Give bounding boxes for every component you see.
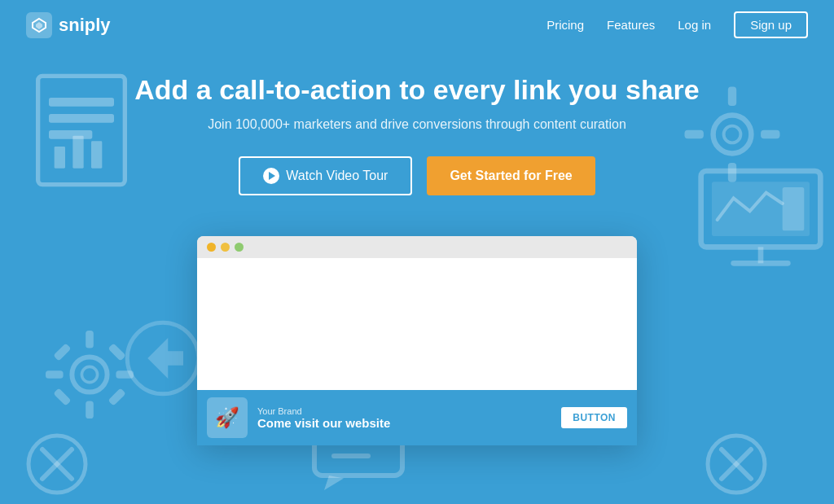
sniply-logo-svg [31,17,47,33]
cta-brand: Your Brand [257,406,551,416]
hero-title: Add a call-to-action to every link you s… [16,74,818,106]
svg-line-36 [722,449,751,479]
browser-content: 🚀 Your Brand Come visit our website BUTT… [197,258,637,445]
watch-video-label: Watch Video Tour [286,169,388,183]
cta-logo-box: 🚀 [207,397,248,438]
hero-subtitle: Join 100,000+ marketers and drive conver… [16,117,818,132]
svg-line-18 [42,449,72,479]
hero-buttons: Watch Video Tour Get Started for Free [16,156,818,195]
rocket-icon: 🚀 [215,406,239,429]
logo-icon [26,12,52,38]
cta-message: Come visit our website [257,416,551,430]
logo[interactable]: sniply [26,12,111,38]
browser-dot-red [207,243,216,252]
nav-features[interactable]: Features [607,18,655,32]
browser-dot-yellow [221,243,230,252]
nav-login[interactable]: Log in [678,18,711,32]
cta-bar: 🚀 Your Brand Come visit our website BUTT… [197,390,637,445]
svg-marker-23 [324,476,344,490]
browser-mockup-wrap: 🚀 Your Brand Come visit our website BUTT… [0,236,834,445]
browser-dot-green [235,243,244,252]
nav-links: Pricing Features Log in Sign up [546,11,808,38]
nav-pricing[interactable]: Pricing [546,18,584,32]
watch-video-button[interactable]: Watch Video Tour [239,156,412,195]
navbar: sniply Pricing Features Log in Sign up [0,0,834,50]
signup-button[interactable]: Sign up [734,11,808,38]
svg-line-37 [722,449,751,479]
cta-action-button[interactable]: BUTTON [561,407,627,428]
logo-text: sniply [59,15,111,36]
hero-section: Add a call-to-action to every link you s… [0,50,834,236]
svg-marker-40 [36,22,42,29]
get-started-button[interactable]: Get Started for Free [427,156,595,195]
play-icon [263,168,279,184]
browser-titlebar [197,236,637,258]
browser-mockup: 🚀 Your Brand Come visit our website BUTT… [197,236,637,445]
cta-text-block: Your Brand Come visit our website [257,406,551,430]
svg-line-19 [42,449,72,479]
